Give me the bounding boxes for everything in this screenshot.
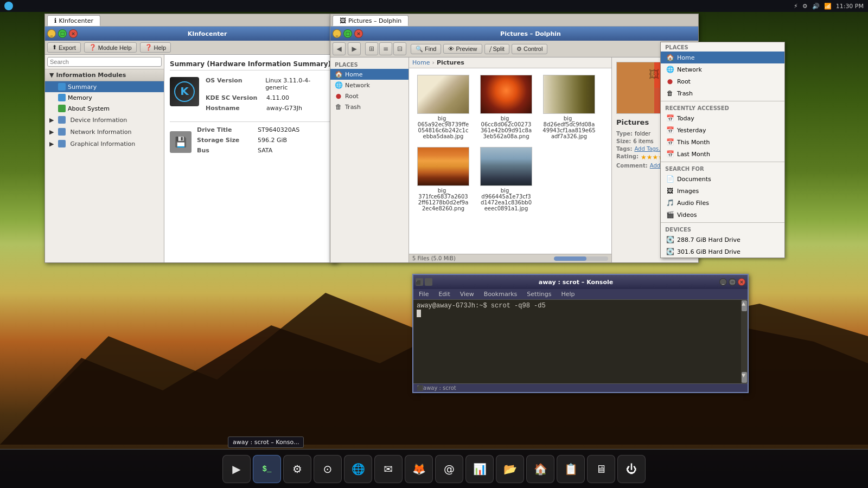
taskbar-config[interactable]: ⚙ xyxy=(283,455,311,483)
popup-today[interactable]: 📅 Today xyxy=(661,112,698,124)
kinfocenter-titlebar[interactable]: _ □ × KInfocenter xyxy=(45,27,337,41)
export-button[interactable]: ⬆ Export xyxy=(47,42,81,53)
sidebar-item-memory[interactable]: Memory xyxy=(45,92,164,103)
popup-videos[interactable]: 🎬 Videos xyxy=(661,209,698,221)
network-info-header[interactable]: ▶ Network Information xyxy=(45,126,164,138)
forward-button[interactable]: ▶ xyxy=(348,42,361,55)
taskbar-cpu[interactable]: 📊 xyxy=(465,455,494,483)
popup-drive2[interactable]: 💽 301.6 GiB Hard Drive xyxy=(661,246,698,258)
tab-dolphin[interactable]: 🖼 Pictures – Dolphin xyxy=(333,15,409,26)
taskbar-mail[interactable]: ✉ xyxy=(374,455,403,483)
minimize-button[interactable]: _ xyxy=(47,29,56,38)
konsole-minimize-button[interactable]: _ xyxy=(719,278,727,286)
maximize-button[interactable]: □ xyxy=(58,29,67,38)
file-item-orange[interactable]: big_06cc8d062c00273361e42b09d91c8a3eb562… xyxy=(476,73,536,142)
preview-button[interactable]: 👁 Preview xyxy=(443,44,482,54)
taskbar-home[interactable]: 🏠 xyxy=(526,455,554,483)
konsole-menu-file[interactable]: File xyxy=(417,290,431,298)
scroll-up-button[interactable]: ▲ xyxy=(742,300,747,311)
dolphin-maximize-button[interactable]: □ xyxy=(343,29,352,38)
panel-right: ⚡ ⚙ 🔊 📶 11:30 PM xyxy=(794,3,864,10)
find-button[interactable]: 🔍 Find xyxy=(411,44,441,54)
konsole-menu-edit[interactable]: Edit xyxy=(436,290,452,298)
taskbar-browser2[interactable]: 🌐 xyxy=(344,455,372,483)
popup-audio-files[interactable]: 🎵 Audio Files xyxy=(661,197,698,209)
volume-icon[interactable]: 🔊 xyxy=(812,3,820,10)
tab-kinfocenter[interactable]: ℹ KInfocenter xyxy=(47,15,100,26)
konsole-scrollbar[interactable]: ▲ ▼ xyxy=(741,300,748,383)
settings-icon[interactable]: ⚙ xyxy=(802,3,808,10)
konsole-menu-settings[interactable]: Settings xyxy=(525,290,553,298)
konsole-terminal-body[interactable]: away@away-G73Jh:~$ scrot -q98 -d5 ▲ ▼ xyxy=(413,300,748,383)
zoom-slider[interactable] xyxy=(554,256,608,261)
popup-root[interactable]: ● Root xyxy=(661,75,698,87)
graphical-info-header[interactable]: ▶ Graphical Information xyxy=(45,138,164,150)
module-help-button[interactable]: ❓ Module Help xyxy=(84,42,137,53)
dolphin-titlebar[interactable]: _ □ × Pictures – Dolphin xyxy=(330,27,698,41)
places-item-trash[interactable]: 🗑 Trash xyxy=(330,101,409,112)
close-button[interactable]: × xyxy=(69,29,78,38)
places-item-network[interactable]: 🌐 Network xyxy=(330,80,409,91)
sidebar-item-summary[interactable]: Summary xyxy=(45,81,164,92)
taskbar-package[interactable]: ⊙ xyxy=(314,455,342,483)
popup-this-month[interactable]: 📅 This Month xyxy=(661,136,698,148)
konsole-maximize-button[interactable]: □ xyxy=(729,278,736,286)
konsole-titlebar[interactable]: ⬛ away : scrot – Konsole _ □ × xyxy=(413,275,748,289)
popup-drive1[interactable]: 💽 288.7 GiB Hard Drive xyxy=(661,234,698,246)
split-button[interactable]: ⧸ Split xyxy=(484,44,509,54)
dolphin-tabs: 🖼 Pictures – Dolphin xyxy=(330,14,698,27)
kinfocenter-title: KInfocenter xyxy=(80,30,335,37)
taskbar-desktop[interactable]: 🖥 xyxy=(587,455,615,483)
icon-view-button[interactable]: ⊞ xyxy=(365,42,378,55)
search-input[interactable] xyxy=(47,57,162,67)
popup-trash[interactable]: 🗑 Trash xyxy=(661,87,698,99)
popup-documents[interactable]: 📄 Documents xyxy=(661,173,698,185)
konsole-menu-bookmarks[interactable]: Bookmarks xyxy=(482,290,519,298)
preview-icon: 👁 xyxy=(448,46,454,52)
file-thumbnail-orange xyxy=(480,75,532,114)
popup-images[interactable]: 🖼 Images xyxy=(661,185,698,197)
places-item-home[interactable]: 🏠 Home xyxy=(330,69,409,80)
help-button[interactable]: ❓ Help xyxy=(140,42,171,53)
taskbar-terminal[interactable]: $_ xyxy=(253,455,281,483)
bluetooth-icon[interactable]: ⚡ xyxy=(794,3,798,10)
popup-last-month[interactable]: 📅 Last Month xyxy=(661,148,698,160)
file-item-book[interactable]: big_8d26edf5dc9fd08a49943cf1aa819e65adf7… xyxy=(539,73,599,142)
taskbar-clipboard[interactable]: 📋 xyxy=(557,455,585,483)
konsole-close-button[interactable]: × xyxy=(738,278,745,286)
taskbar-email2[interactable]: @ xyxy=(435,455,463,483)
konsole-menu-view[interactable]: View xyxy=(458,290,476,298)
taskbar-power[interactable]: ⏻ xyxy=(617,455,646,483)
popup-root-icon: ● xyxy=(666,78,674,85)
taskbar-media-player[interactable]: ▶ xyxy=(222,455,251,483)
sidebar-item-about-system[interactable]: About System xyxy=(45,103,164,114)
back-button[interactable]: ◀ xyxy=(333,42,346,55)
control-button[interactable]: ⚙ Control xyxy=(512,44,547,54)
bus-row: Bus SATA xyxy=(197,147,299,154)
taskbar-files[interactable]: 📂 xyxy=(496,455,524,483)
file-count-status: 5 Files (5.0 MiB) xyxy=(412,255,456,261)
column-view-button[interactable]: ⊟ xyxy=(393,42,406,55)
popup-home[interactable]: 🏠 Home xyxy=(661,57,698,63)
popup-network[interactable]: 🌐 Network xyxy=(661,63,698,75)
file-item-sunset[interactable]: big_371fce6837a26032ff61278b0d2ef9a2ec4e… xyxy=(413,145,473,214)
add-tags-link[interactable]: Add Tags... xyxy=(634,146,663,152)
popup-yesterday[interactable]: 📅 Yesterday xyxy=(661,124,698,136)
breadcrumb-home[interactable]: Home xyxy=(412,59,430,66)
network-icon[interactable]: 📶 xyxy=(824,3,832,10)
info-modules-header[interactable]: ▼ Information Modules xyxy=(45,69,164,81)
taskbar-firefox[interactable]: 🦊 xyxy=(405,455,433,483)
breadcrumb-current: Pictures xyxy=(437,59,464,66)
file-item-piano[interactable]: big_065a92ec98739ffe054816c6b242c1cebba5… xyxy=(413,73,473,142)
file-item-mountain[interactable]: big_d966445a1e73cf3d1472ea1c836bb0eeec08… xyxy=(476,145,536,214)
scroll-down-button[interactable]: ▼ xyxy=(742,372,747,383)
device-info-header[interactable]: ▶ Device Information xyxy=(45,114,164,126)
kde-menu-button[interactable] xyxy=(4,2,13,10)
detail-view-button[interactable]: ≡ xyxy=(379,42,392,55)
places-item-root[interactable]: ● Root xyxy=(330,91,409,101)
dolphin-close-button[interactable]: × xyxy=(354,29,363,38)
konsole-close-x[interactable] xyxy=(425,278,432,286)
dolphin-minimize-button[interactable]: _ xyxy=(333,29,341,38)
konsole-menu-help[interactable]: Help xyxy=(559,290,577,298)
popup-search-label: Search For xyxy=(661,164,698,173)
